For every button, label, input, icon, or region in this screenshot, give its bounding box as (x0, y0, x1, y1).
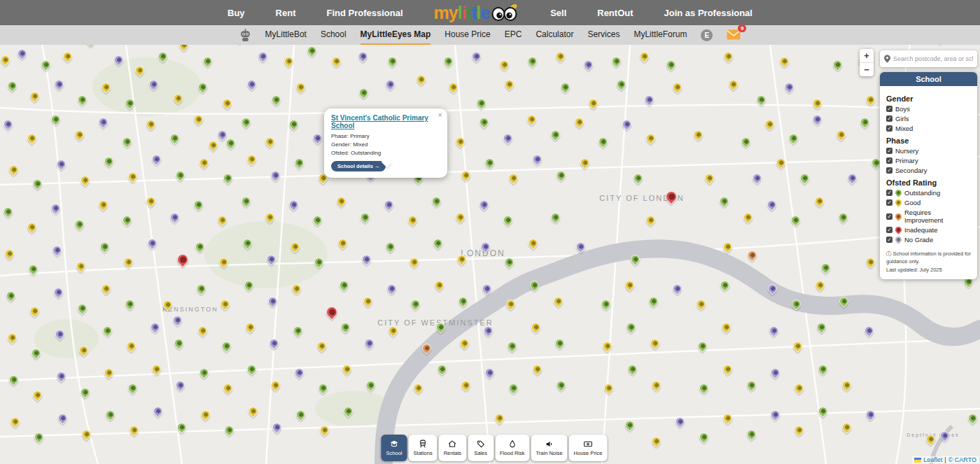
checkbox-checked-icon[interactable]: ✓ (886, 213, 892, 220)
toolbar-button-train-noise[interactable]: Train Noise (531, 435, 568, 461)
filter-option-label: No Grade (904, 236, 933, 244)
filter-option-primary: ✓Primary (886, 157, 971, 164)
checkbox-checked-icon[interactable]: ✓ (886, 106, 892, 112)
subnav-item-house-price[interactable]: House Price (444, 25, 490, 45)
checkbox-checked-icon[interactable]: ✓ (886, 237, 892, 243)
location-pin-icon (884, 55, 890, 63)
popup-ofsted: Ofsted: Outstanding (331, 149, 440, 157)
toolbar-button-school[interactable]: School (382, 435, 407, 461)
filter-option-label: Outstanding (904, 189, 940, 197)
filter-option-mixed: ✓Mixed (886, 125, 971, 132)
filter-option-secondary: ✓Secondary (886, 167, 971, 174)
checkbox-checked-icon[interactable]: ✓ (886, 157, 892, 164)
legend-pin-icon (894, 198, 903, 207)
filter-option-outstanding: ✓Outstanding (886, 189, 971, 197)
logo-text: mylittle (434, 3, 490, 23)
filter-group-heading: Ofsted Rating (886, 178, 971, 187)
top-nav-item[interactable]: RentOut (597, 8, 633, 18)
top-nav-left: BuyRentFind Professional (227, 8, 403, 18)
filter-panel-title[interactable]: School (880, 72, 977, 86)
subnav-items: MyLittleBotSchoolMyLittleEyes MapHouse P… (265, 25, 687, 45)
filter-option-inadequate: ✓Inadequate (886, 226, 971, 234)
droplet-icon (507, 440, 517, 449)
carto-link[interactable]: © CARTO (948, 456, 976, 463)
logo-letter: y (449, 3, 458, 23)
user-avatar[interactable]: E (701, 29, 713, 41)
toolbar-button-label: School (386, 450, 402, 456)
filter-option-good: ✓Good (886, 199, 971, 206)
school-icon (390, 440, 399, 449)
checkbox-checked-icon[interactable]: ✓ (886, 115, 892, 122)
banknote-icon (584, 440, 593, 449)
checkbox-checked-icon[interactable]: ✓ (886, 167, 892, 174)
attribution-separator: | (944, 456, 946, 463)
robot-icon (239, 29, 251, 42)
filter-option-requires-improvement: ✓Requires Improvement (886, 209, 971, 224)
top-nav-item[interactable]: Buy (227, 8, 245, 18)
map-attribution: Leaflet | © CARTO (912, 456, 979, 463)
logo-letter: t (471, 3, 476, 23)
popup-gender: Gender: Mixed (331, 141, 440, 149)
map-canvas[interactable]: CITY OF LONDONLONDONCITY OF WESTMINSTERK… (0, 45, 980, 464)
school-details-button[interactable]: School details → (331, 161, 386, 171)
logo-letter: e (480, 3, 489, 23)
legend-pin-icon (894, 225, 903, 234)
map-layer-toolbar: SchoolStationsRentalsSalesFlood RiskTrai… (382, 435, 608, 461)
logo[interactable]: mylittle (434, 3, 520, 23)
leaflet-link[interactable]: Leaflet (923, 456, 942, 463)
search-input[interactable] (893, 55, 973, 62)
toolbar-button-stations[interactable]: Stations (409, 435, 438, 461)
checkbox-checked-icon[interactable]: ✓ (886, 190, 892, 196)
toolbar-button-label: Flood Risk (500, 450, 524, 456)
filter-panel: School Gender✓Boys✓Girls✓MixedPhase✓Nurs… (880, 72, 977, 279)
checkbox-checked-icon[interactable]: ✓ (886, 227, 892, 233)
subnav-item-mylittleeyes-map[interactable]: MyLittleEyes Map (360, 25, 431, 45)
panel-note-line2: Last updated: July 2025 (886, 267, 942, 273)
info-icon: ⓘ (886, 251, 892, 257)
toolbar-button-rentals[interactable]: Rentals (439, 435, 466, 461)
top-nav-item[interactable]: Rent (276, 8, 296, 18)
filter-option-label: Primary (895, 157, 918, 164)
subnav-item-calculator[interactable]: Calculator (536, 25, 573, 45)
search-box (880, 50, 977, 67)
checkbox-checked-icon[interactable]: ✓ (886, 148, 892, 154)
toolbar-button-house-price[interactable]: House Price (569, 435, 608, 461)
subnav-item-epc[interactable]: EPC (505, 25, 522, 45)
popup-close-icon[interactable]: × (438, 111, 442, 119)
filter-option-nursery: ✓Nursery (886, 147, 971, 155)
subnav-item-school[interactable]: School (321, 25, 346, 45)
subnav-item-mylittlebot[interactable]: MyLittleBot (265, 25, 307, 45)
top-nav-item[interactable]: Find Professional (326, 8, 402, 18)
legend-pin-icon (894, 212, 903, 221)
toolbar-button-sales[interactable]: Sales (468, 435, 493, 461)
sub-nav: MyLittleBotSchoolMyLittleEyes MapHouse P… (0, 25, 980, 45)
toolbar-button-label: House Price (574, 450, 603, 456)
filter-option-label: Inadequate (904, 226, 938, 234)
zoom-control: + − (860, 49, 874, 76)
toolbar-button-label: Train Noise (536, 450, 563, 456)
panel-note-line1: School information is provided for guida… (886, 251, 971, 265)
checkbox-checked-icon[interactable]: ✓ (886, 125, 892, 132)
mail-button[interactable]: 9 (727, 29, 741, 41)
legend-pin-icon (894, 235, 903, 244)
filter-group-heading: Gender (886, 94, 971, 103)
filter-group-heading: Phase (886, 136, 971, 145)
legend-pin-icon (894, 188, 903, 197)
filter-option-label: Boys (895, 105, 910, 113)
subnav-item-mylittleforum[interactable]: MyLittleForum (634, 25, 687, 45)
subnav-item-services[interactable]: Services (587, 25, 620, 45)
zoom-out-button[interactable]: − (860, 63, 874, 76)
top-nav-item[interactable]: Sell (550, 8, 566, 18)
checkbox-checked-icon[interactable]: ✓ (886, 199, 892, 206)
toolbar-button-label: Sales (474, 450, 487, 456)
top-nav-item[interactable]: Join as Professional (664, 8, 752, 18)
filter-option-label: Girls (895, 115, 909, 122)
zoom-in-button[interactable]: + (860, 49, 874, 62)
filter-option-label: Good (904, 199, 920, 206)
toolbar-button-label: Rentals (444, 450, 461, 456)
filter-option-girls: ✓Girls (886, 115, 971, 122)
popup-school-link[interactable]: St Vincent's Catholic Primary School (331, 114, 440, 129)
logo-eyes-icon (490, 3, 519, 22)
toolbar-button-flood-risk[interactable]: Flood Risk (495, 435, 529, 461)
filter-groups: Gender✓Boys✓Girls✓MixedPhase✓Nursery✓Pri… (886, 94, 971, 244)
